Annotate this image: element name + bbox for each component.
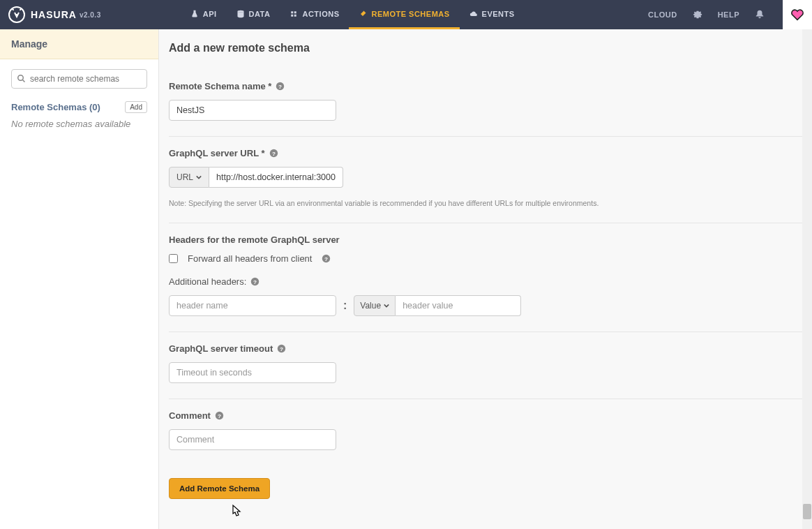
forward-headers-checkbox[interactable]	[169, 254, 178, 263]
value-dropdown-label: Value	[360, 301, 381, 311]
header-row: : Value	[169, 295, 802, 316]
layout: Manage Remote Schemas (0) Add No remote …	[0, 29, 812, 529]
nav-tab-label: EVENTS	[482, 10, 515, 18]
sidebar-body: Remote Schemas (0) Add No remote schemas…	[0, 59, 158, 139]
section-name: Remote Schema name * ?	[169, 70, 802, 137]
sidebar-search-input[interactable]	[30, 74, 141, 84]
nav-tab-label: REMOTE SCHEMAS	[371, 10, 449, 18]
forward-headers-row: Forward all headers from client ?	[169, 253, 802, 264]
help-icon[interactable]: ?	[322, 254, 331, 263]
nav-tab-actions[interactable]: ACTIONS	[280, 0, 349, 29]
sidebar-manage[interactable]: Manage	[0, 29, 158, 59]
nav-tab-label: API	[203, 10, 217, 18]
chevron-down-icon	[196, 174, 202, 180]
section-timeout: GraphQL server timeout ?	[169, 332, 802, 399]
nav-tab-api[interactable]: API	[181, 0, 227, 29]
brand[interactable]: HASURA v2.0.3	[0, 0, 111, 29]
hasura-logo-icon	[8, 6, 25, 23]
brand-version: v2.0.3	[80, 11, 101, 19]
svg-point-2	[18, 75, 24, 81]
scrollbar[interactable]	[802, 29, 812, 529]
svg-point-1	[237, 10, 243, 12]
sidebar-empty-msg: No remote schemas available	[11, 119, 147, 129]
sidebar-rs-title: Remote Schemas (0)	[11, 102, 100, 112]
svg-text:?: ?	[324, 256, 328, 262]
help-icon[interactable]: ?	[276, 82, 285, 91]
svg-text:?: ?	[253, 279, 257, 285]
url-dropdown-label: URL	[176, 172, 193, 182]
help-icon[interactable]: ?	[277, 344, 286, 353]
comment-input[interactable]	[169, 429, 336, 450]
help-icon[interactable]: ?	[250, 277, 260, 286]
love-button[interactable]	[783, 0, 812, 29]
url-note: Note: Specifying the server URL via an e…	[169, 199, 802, 207]
top-nav: HASURA v2.0.3 API DATA ACTIONS REMOTE SC…	[0, 0, 812, 29]
actions-icon	[290, 10, 298, 18]
nav-tab-label: ACTIONS	[302, 10, 339, 18]
timeout-input[interactable]	[169, 362, 336, 383]
url-input-group: URL	[169, 167, 802, 188]
section-headers: Headers for the remote GraphQL server Fo…	[169, 223, 802, 332]
nav-right: CLOUD HELP	[645, 0, 812, 29]
nav-tab-label: DATA	[249, 10, 271, 18]
gear-icon	[693, 9, 702, 19]
nav-tab-remote-schemas[interactable]: REMOTE SCHEMAS	[349, 0, 459, 29]
nav-tab-events[interactable]: EVENTS	[460, 0, 525, 29]
svg-text:?: ?	[218, 413, 221, 419]
url-input[interactable]	[209, 167, 343, 188]
svg-text:?: ?	[272, 151, 276, 157]
flask-icon	[190, 10, 199, 18]
svg-text:?: ?	[280, 346, 283, 352]
help-icon[interactable]: ?	[215, 411, 224, 420]
nav-help-link[interactable]: HELP	[715, 10, 742, 19]
header-value-input[interactable]	[396, 295, 521, 316]
url-type-dropdown[interactable]: URL	[169, 167, 209, 188]
additional-headers-label: Additional headers:	[169, 276, 246, 287]
header-name-input[interactable]	[169, 295, 336, 316]
heart-icon	[790, 8, 804, 21]
nav-tabs: API DATA ACTIONS REMOTE SCHEMAS EVENTS	[181, 0, 525, 29]
url-label: GraphQL server URL *	[169, 148, 265, 158]
page-title: Add a new remote schema	[169, 42, 802, 54]
sidebar-add-button[interactable]: Add	[125, 101, 147, 113]
name-label: Remote Schema name *	[169, 81, 271, 91]
section-url: GraphQL server URL * ? URL Note: Specify…	[169, 137, 802, 223]
forward-headers-label: Forward all headers from client	[188, 253, 312, 264]
section-comment: Comment ?	[169, 399, 802, 465]
header-value-type-dropdown[interactable]: Value	[354, 295, 396, 316]
comment-label: Comment	[169, 410, 211, 421]
main: Add a new remote schema Remote Schema na…	[159, 29, 812, 529]
headers-label: Headers for the remote GraphQL server	[169, 234, 802, 245]
header-colon: :	[343, 299, 347, 312]
settings-icon[interactable]	[690, 9, 705, 20]
nav-cloud-link[interactable]: CLOUD	[645, 10, 680, 19]
sidebar-rs-row: Remote Schemas (0) Add	[11, 101, 147, 113]
bell-icon	[755, 9, 765, 19]
add-remote-schema-button[interactable]: Add Remote Schema	[169, 478, 270, 499]
timeout-label: GraphQL server timeout	[169, 343, 273, 354]
chevron-down-icon	[384, 303, 389, 308]
cloud-icon	[469, 10, 478, 18]
search-icon	[17, 75, 26, 83]
svg-text:?: ?	[278, 84, 282, 90]
notifications-icon[interactable]	[752, 9, 767, 20]
help-icon[interactable]: ?	[269, 149, 278, 158]
database-icon	[236, 10, 245, 18]
sidebar: Manage Remote Schemas (0) Add No remote …	[0, 29, 159, 529]
sidebar-search[interactable]	[11, 69, 147, 89]
scrollbar-thumb[interactable]	[803, 504, 811, 519]
brand-name: HASURA	[31, 9, 77, 20]
schema-name-input[interactable]	[169, 100, 336, 121]
nav-tab-data[interactable]: DATA	[227, 0, 280, 29]
plug-icon	[359, 10, 367, 18]
